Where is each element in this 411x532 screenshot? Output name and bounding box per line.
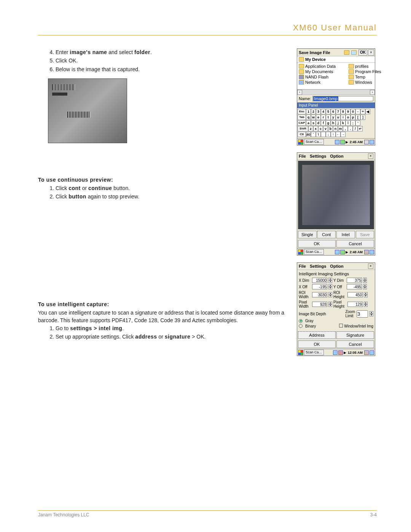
key-Shift[interactable]: Shift: [298, 126, 308, 131]
tray-icon-2[interactable]: [338, 350, 343, 355]
menu-file[interactable]: File: [299, 264, 306, 268]
key-◀[interactable]: ◀: [365, 109, 370, 114]
key-↑[interactable]: ↑: [331, 132, 336, 137]
roih-input[interactable]: [347, 292, 363, 297]
start-button[interactable]: [298, 139, 303, 145]
key-0[interactable]: 0: [350, 109, 355, 114]
ok-button[interactable]: OK: [358, 50, 367, 56]
taskbar-button[interactable]: Scan Ca…: [304, 350, 324, 355]
ok-button[interactable]: OK: [298, 340, 336, 348]
xoff-stepper[interactable]: ▲▼: [328, 284, 332, 289]
key-t[interactable]: t: [326, 115, 331, 120]
on-screen-keyboard[interactable]: Esc1234567890-=◀ Tabqwertyuiop[] CAPasdf…: [297, 108, 375, 138]
ok-button[interactable]: OK: [298, 240, 336, 248]
key-v[interactable]: v: [323, 126, 328, 131]
key-y[interactable]: y: [331, 115, 336, 120]
single-button[interactable]: Single: [298, 231, 317, 238]
gray-radio[interactable]: [299, 319, 303, 323]
key-\[interactable]: \: [316, 132, 321, 137]
key-CAP[interactable]: CAP: [298, 120, 306, 126]
key-c[interactable]: c: [318, 126, 323, 131]
key-/[interactable]: /: [353, 126, 358, 131]
key-↓[interactable]: ↓: [326, 132, 331, 137]
key-h[interactable]: h: [331, 120, 336, 126]
key-5[interactable]: 5: [326, 109, 331, 114]
sip-icon[interactable]: [364, 250, 369, 254]
key-][interactable]: ]: [360, 115, 365, 120]
zoom-input[interactable]: [357, 310, 368, 318]
key-j[interactable]: j: [336, 120, 341, 126]
ydim-input[interactable]: [347, 278, 362, 283]
key-n[interactable]: n: [333, 126, 338, 131]
sip-icon[interactable]: [364, 350, 369, 355]
key-o[interactable]: o: [346, 115, 350, 120]
key-=[interactable]: =: [360, 109, 365, 114]
file-list[interactable]: Application Data My Documents NAND Flash…: [297, 63, 375, 89]
key-4[interactable]: 4: [321, 109, 326, 114]
roih-stepper[interactable]: ▲▼: [364, 292, 368, 297]
menu-settings[interactable]: Settings: [310, 154, 326, 158]
key-'[interactable]: ': [355, 120, 360, 126]
start-button[interactable]: [298, 350, 303, 355]
intel-button[interactable]: Intel: [336, 231, 355, 238]
key-←[interactable]: ←: [336, 132, 341, 137]
signature-button[interactable]: Signature: [336, 331, 374, 339]
taskbar-button[interactable]: Scan Ca…: [304, 139, 324, 145]
xdim-input[interactable]: [312, 278, 327, 283]
key-áü[interactable]: áü: [306, 132, 311, 137]
window-intel-checkbox[interactable]: [339, 324, 343, 328]
cancel-button[interactable]: Cancel: [336, 340, 374, 348]
tray-icon[interactable]: [335, 250, 339, 254]
key-2[interactable]: 2: [311, 109, 316, 114]
key-d[interactable]: d: [316, 120, 321, 126]
pixw-input[interactable]: [312, 302, 327, 307]
key-m[interactable]: m: [338, 126, 343, 131]
start-button[interactable]: [298, 249, 303, 255]
horizontal-scrollbar[interactable]: ‹›: [297, 89, 375, 95]
key-s[interactable]: s: [311, 120, 316, 126]
menu-file[interactable]: File: [299, 154, 306, 158]
key-7[interactable]: 7: [336, 109, 341, 114]
key-i[interactable]: i: [341, 115, 346, 120]
tray-icon-2[interactable]: [340, 140, 345, 144]
xoff-input[interactable]: [312, 284, 327, 289]
desktop-icon[interactable]: [370, 350, 374, 355]
key-w[interactable]: w: [311, 115, 316, 120]
key-.[interactable]: .: [348, 126, 353, 131]
roiw-stepper[interactable]: ▲▼: [328, 292, 332, 297]
up-folder-icon[interactable]: [344, 50, 349, 55]
pixh-input[interactable]: [347, 302, 363, 307]
key-q[interactable]: q: [306, 115, 311, 120]
xdim-stepper[interactable]: ▲▼: [328, 278, 332, 283]
key- [interactable]: [321, 132, 326, 137]
key-e[interactable]: e: [316, 115, 321, 120]
key-8[interactable]: 8: [341, 109, 346, 114]
sip-icon[interactable]: [364, 140, 369, 144]
yoff-input[interactable]: [347, 284, 362, 289]
new-folder-icon[interactable]: [351, 50, 357, 55]
key-3[interactable]: 3: [316, 109, 321, 114]
desktop-icon[interactable]: [370, 140, 374, 144]
key-z[interactable]: z: [308, 126, 313, 131]
key-;[interactable]: ;: [350, 120, 355, 126]
key-1[interactable]: 1: [306, 109, 311, 114]
key-l[interactable]: l: [346, 120, 350, 126]
taskbar-button[interactable]: Scan Ca…: [304, 249, 324, 255]
yoff-stepper[interactable]: ▲▼: [363, 284, 367, 289]
menu-option[interactable]: Option: [330, 154, 343, 158]
key-,[interactable]: ,: [343, 126, 348, 131]
key-↵[interactable]: ↵: [358, 126, 363, 131]
pixw-stepper[interactable]: ▲▼: [328, 302, 332, 307]
save-button[interactable]: Save: [356, 231, 374, 238]
key-f[interactable]: f: [321, 120, 326, 126]
key-6[interactable]: 6: [331, 109, 336, 114]
tray-icon[interactable]: [335, 140, 339, 144]
close-icon[interactable]: ×: [368, 153, 373, 159]
menu-option[interactable]: Option: [330, 264, 343, 268]
ydim-stepper[interactable]: ▲▼: [363, 278, 367, 283]
desktop-icon[interactable]: [370, 250, 374, 254]
key-Ctl[interactable]: Ctl: [298, 132, 306, 137]
key-u[interactable]: u: [336, 115, 341, 120]
binary-radio[interactable]: [299, 324, 303, 328]
key-→[interactable]: →: [341, 132, 346, 137]
